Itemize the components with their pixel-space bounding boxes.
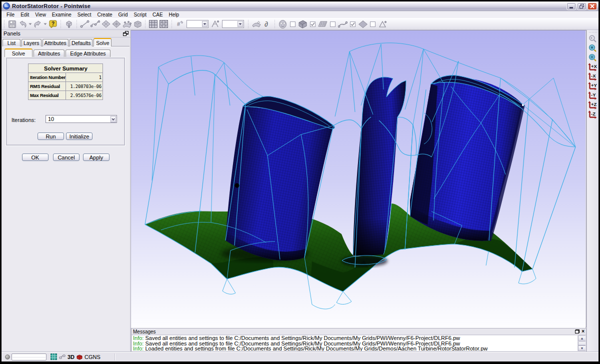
messages-header: Messages × — [132, 328, 586, 335]
status-led-icon — [5, 354, 10, 360]
show-domains-checkbox[interactable] — [330, 22, 336, 27]
menu-grid[interactable]: Grid — [116, 12, 131, 18]
menu-help[interactable]: Help — [166, 12, 182, 18]
minimize-button[interactable] — [566, 2, 576, 10]
display-viewport[interactable] — [131, 30, 586, 328]
connector-button[interactable] — [80, 19, 90, 29]
view-box-button[interactable] — [64, 19, 74, 29]
max-residual-value: 2.956576e-06 — [66, 91, 103, 100]
dbsurf-button[interactable] — [122, 19, 132, 29]
show-database-checkbox[interactable] — [290, 22, 296, 27]
diamond2-icon[interactable] — [358, 19, 368, 29]
iterations-spin-button[interactable] — [110, 116, 116, 122]
max-residual-label: Max Residual — [28, 91, 66, 100]
dimension-combo[interactable] — [186, 20, 208, 28]
show-blocks-checkbox[interactable] — [310, 22, 316, 27]
solver-summary-table: Solver Summary Iteration Number 1 RMS Re… — [28, 64, 103, 100]
menu-file[interactable]: File — [4, 12, 18, 18]
dimension-button[interactable]: # — [174, 19, 185, 29]
close-icon — [590, 4, 594, 8]
curve-button[interactable] — [90, 19, 100, 29]
dimension-combo-arrow[interactable] — [202, 21, 208, 27]
menu-cae[interactable]: CAE — [150, 12, 166, 18]
scroll-up-icon[interactable]: ▲ — [578, 336, 586, 341]
messages-panel: Messages × Info: Saved all entities and … — [131, 328, 586, 352]
tab-defaults[interactable]: Defaults — [70, 39, 93, 46]
view-minus-z-button[interactable]: -Z — [588, 110, 598, 120]
subtab-edge-attributes[interactable]: Edge Attributes — [66, 50, 110, 57]
tab-solve[interactable]: Solve — [94, 38, 112, 46]
link-icon[interactable] — [59, 354, 66, 360]
grid-hatch-button[interactable] — [158, 19, 169, 29]
subtab-solve[interactable]: Solve — [4, 48, 32, 57]
menu-script[interactable]: Script — [130, 12, 150, 18]
curve2-icon[interactable] — [338, 19, 348, 29]
domain-button[interactable] — [100, 19, 111, 29]
view-plus-x-button[interactable]: +X — [588, 62, 598, 72]
view-minus-x-button[interactable]: -X — [588, 72, 598, 82]
subtab-attributes[interactable]: Attributes — [34, 50, 64, 57]
view-plus-y-button[interactable]: +Y — [588, 82, 598, 91]
spacing-combo[interactable] — [222, 20, 244, 28]
toolbar-handle[interactable] — [247, 20, 250, 28]
ok-button[interactable]: OK — [22, 154, 48, 161]
toolbar-handle[interactable] — [274, 20, 276, 28]
view-minus-y-button[interactable]: -Y — [588, 91, 598, 100]
view-plus-z-button[interactable]: +Z — [588, 100, 598, 110]
toolbar-handle[interactable] — [76, 20, 78, 28]
view-toolbar-handle[interactable] — [588, 31, 598, 34]
messages-close-icon[interactable]: × — [582, 330, 584, 334]
block-button[interactable] — [132, 19, 142, 29]
grid-mode-icon[interactable] — [50, 354, 57, 360]
toolbar-handle[interactable] — [170, 20, 173, 28]
show-spacings-checkbox[interactable] — [370, 22, 376, 27]
undo-dropdown[interactable] — [28, 19, 32, 29]
scroll-down-icon[interactable]: ▼ — [578, 346, 586, 351]
spacing-button[interactable] — [210, 19, 220, 29]
cube-icon[interactable] — [298, 19, 308, 29]
help-button[interactable]: ? — [48, 19, 58, 29]
close-button[interactable] — [588, 2, 597, 10]
messages-scrollbar[interactable]: ▲ ▼ — [578, 336, 586, 351]
menu-view[interactable]: View — [32, 12, 49, 18]
spacing-combo-arrow[interactable] — [238, 21, 243, 27]
initialize-button[interactable]: Initialize — [66, 132, 92, 140]
status-input[interactable] — [12, 354, 46, 360]
toolbar-handle[interactable] — [144, 20, 146, 28]
redo-dropdown[interactable] — [43, 19, 48, 29]
messages-title: Messages — [133, 329, 156, 334]
tab-layers[interactable]: Layers — [22, 39, 42, 46]
cancel-button[interactable]: Cancel — [53, 154, 80, 161]
messages-float-icon[interactable] — [575, 330, 580, 334]
toolbar-handle[interactable] — [60, 20, 62, 28]
apply-button[interactable]: Apply — [83, 154, 110, 161]
grid-solid-button[interactable] — [148, 19, 158, 29]
menu-examine[interactable]: Examine — [49, 12, 74, 18]
dbsurf2-button[interactable] — [251, 19, 262, 29]
menu-select[interactable]: Select — [74, 12, 94, 18]
zoom-previous-button[interactable] — [588, 34, 598, 44]
flat-domain-icon[interactable] — [318, 19, 328, 29]
domain-uns-button[interactable] — [111, 19, 122, 29]
restore-button[interactable] — [577, 2, 586, 10]
zoom-extents-button[interactable] — [588, 44, 598, 53]
run-button[interactable]: Run — [38, 132, 64, 140]
restore-icon — [580, 4, 584, 8]
angle-icon[interactable] — [378, 19, 388, 29]
iteration-number-value: 1 — [66, 73, 103, 82]
zoom-level-button[interactable] — [588, 53, 598, 62]
panel-float-icon[interactable] — [123, 31, 128, 36]
mask-button[interactable] — [278, 19, 288, 29]
scroll-thumb[interactable] — [578, 342, 586, 346]
show-connectors-checkbox[interactable] — [350, 22, 356, 27]
partial-button[interactable]: ∂ — [262, 19, 272, 29]
menu-edit[interactable]: Edit — [18, 12, 32, 18]
tab-attributes[interactable]: Attributes — [42, 39, 68, 46]
iterations-spinbox[interactable]: 10 — [46, 115, 117, 123]
menu-create[interactable]: Create — [94, 12, 116, 18]
toolbar-handle[interactable] — [3, 20, 6, 28]
save-button[interactable] — [7, 19, 18, 29]
undo-button[interactable] — [18, 19, 28, 29]
redo-button[interactable] — [32, 19, 43, 29]
tab-list[interactable]: List — [2, 39, 20, 46]
